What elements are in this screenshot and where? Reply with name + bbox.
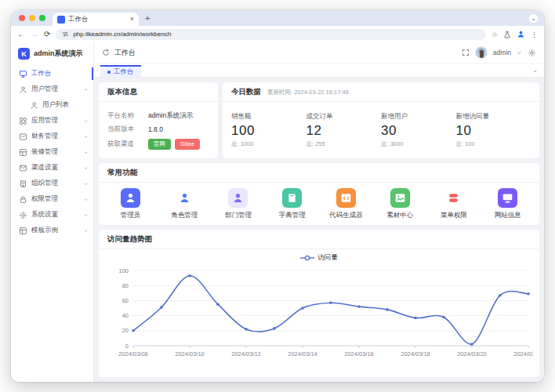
quick-item-2[interactable]: 角色管理 [158,188,212,220]
stat-value: 10 [456,123,531,139]
settings-gear-icon[interactable] [528,49,536,57]
version-info-card: 版本信息 平台名称 admin系统演示 当前版本 1.8.0 获 [99,82,218,158]
svg-text:20: 20 [122,327,129,334]
sidebar-item-settings[interactable]: 系统设置 [11,207,93,223]
tag-label: 工作台 [114,67,134,77]
sidebar-item-template[interactable]: 模板示例 [11,223,93,238]
refresh-icon[interactable] [102,49,110,56]
menu-auth-icon [444,188,463,208]
tag-workbench[interactable]: 工作台 [100,65,141,77]
chevron-down-icon [83,165,89,171]
minimize-window-icon[interactable] [29,15,35,21]
reload-icon[interactable]: ⟳ [44,30,50,38]
address-bar[interactable]: php.likeadmin.cn/admin/workbench [56,29,486,40]
stat-total: 总: 100 [456,140,531,148]
chevron-down-icon [83,150,89,155]
sidebar-item-workbench[interactable]: 工作台 [11,66,93,82]
quick-item-label: 代码生成器 [329,211,363,220]
card-title: 今日数据 [231,87,261,97]
site-settings-icon[interactable] [62,31,69,38]
browser-toolbar: ← → ⟳ php.likeadmin.cn/admin/workbench ☆… [11,26,544,42]
chevron-down-icon [83,197,89,202]
admin-app: K admin系统演示 工作台用户管理用户列表应用管理财务管理装修管理渠道设置组… [11,42,544,382]
auth-icon [19,195,27,204]
sidebar: K admin系统演示 工作台用户管理用户列表应用管理财务管理装修管理渠道设置组… [11,42,94,382]
svg-text:0: 0 [125,343,129,350]
sidebar-item-auth[interactable]: 权限管理 [11,191,93,207]
quick-item-8[interactable]: 网站信息 [481,188,535,220]
sidebar-item-channel[interactable]: 渠道设置 [11,160,93,176]
sidebar-item-label: 财务管理 [31,132,79,141]
svg-text:2024/03/20: 2024/03/20 [457,350,487,358]
org-icon [19,180,27,188]
chevron-down-icon [83,212,89,218]
chevron-down-icon [83,228,89,234]
quick-item-1[interactable]: 管理员 [103,188,158,220]
template-icon [19,227,27,235]
active-tag-dot-icon [107,71,111,74]
sidebar-item-finance[interactable]: 财务管理 [11,129,93,144]
workbench-content: 版本信息 平台名称 admin系统演示 当前版本 1.8.0 获 [94,78,544,382]
sidebar-item-label: 系统设置 [31,210,79,220]
codegen-icon [336,188,356,208]
quick-item-label: 菜单权限 [441,211,467,220]
sidebar-item-label: 模板示例 [31,226,79,235]
version-row: 当前版本 1.8.0 [107,125,209,134]
quick-item-3[interactable]: 部门管理 [212,188,266,220]
stat-item: 销售额100总: 1000 [231,105,307,155]
stat-label: 新增用户 [381,112,456,122]
new-tab-button[interactable]: + [145,13,150,23]
chart-legend[interactable]: 访问量 [99,249,539,263]
gitee-button[interactable]: Gitee [175,139,200,150]
chrome-menu-icon[interactable]: ⋮ [531,31,538,38]
app-logo: K admin系统演示 [11,42,93,64]
user-avatar[interactable] [475,46,488,59]
sidebar-item-label: 应用管理 [31,116,79,125]
quick-item-label: 角色管理 [171,211,198,220]
sidebar-item-user-sub[interactable]: 用户列表 [11,97,93,113]
quick-item-label: 素材中心 [386,211,413,220]
channel-row: 获取渠道 官网Gitee [107,139,209,150]
sidebar-item-label: 渠道设置 [31,163,79,172]
zoom-window-icon[interactable] [39,15,45,21]
close-window-icon[interactable] [19,15,25,21]
quick-item-7[interactable]: 菜单权限 [427,188,481,220]
username[interactable]: admin [493,49,511,56]
quick-item-4[interactable]: 字典管理 [265,188,319,220]
quick-item-5[interactable]: 代码生成器 [319,188,373,220]
platform-name-row: 平台名称 admin系统演示 [107,111,209,121]
quick-item-label: 网站信息 [495,211,521,220]
sidebar-item-label: 用户管理 [31,85,79,94]
bookmark-star-icon[interactable]: ☆ [492,31,498,38]
stat-total: 总: 255 [307,140,382,148]
tags-chevron-down-icon[interactable]: ⌄ [532,67,538,74]
breadcrumb: 工作台 [114,48,136,58]
back-icon[interactable]: ← [17,30,25,38]
sidebar-item-app[interactable]: 应用管理 [11,113,93,129]
material-icon [390,188,410,208]
svg-text:60: 60 [122,297,129,304]
fullscreen-icon[interactable] [462,49,470,56]
sidebar-item-decorate[interactable]: 装修管理 [11,144,93,160]
quick-item-label: 管理员 [121,211,141,220]
workbench-icon [19,70,27,78]
svg-text:40: 40 [122,312,129,319]
quick-item-label: 部门管理 [225,211,252,220]
quick-item-6[interactable]: 素材中心 [373,188,427,220]
sidebar-item-label: 用户列表 [42,100,89,110]
stat-label: 销售额 [231,112,307,122]
sidebar-item-user[interactable]: 用户管理 [11,82,93,97]
tab-close-icon[interactable]: × [130,16,134,23]
browser-tab[interactable]: 工作台 × [53,13,139,26]
today-data-card: 今日数据 更新时间: 2024-03-22 16:17:46 销售额100总: … [223,82,539,158]
official-site-button[interactable]: 官网 [148,139,171,150]
role-icon [175,188,194,208]
sidebar-item-org[interactable]: 组织管理 [11,176,93,191]
finance-icon [19,132,27,141]
tab-search-chevron-icon[interactable]: ⌄ [529,14,538,23]
svg-text:2024/03/08: 2024/03/08 [118,350,148,358]
profile-icon[interactable] [517,30,525,38]
labs-icon[interactable] [503,31,511,38]
url-text: php.likeadmin.cn/admin/workbench [73,31,171,38]
user-chevron-down-icon[interactable] [517,50,522,56]
